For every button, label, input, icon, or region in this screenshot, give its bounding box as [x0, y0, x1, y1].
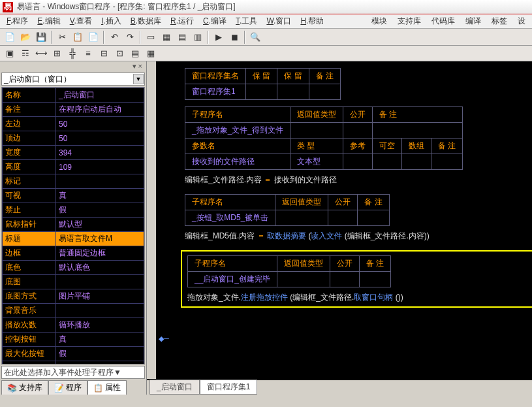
find-icon[interactable]: 🔍	[248, 30, 262, 44]
panel-close-icon[interactable]: ▾ ×	[0, 61, 146, 71]
property-grid[interactable]: 名称_启动窗口备注在程序启动后自动左边50顶边50宽度394高度109标记可视真…	[1, 87, 145, 365]
tb2-10-icon[interactable]: ▦	[144, 46, 158, 61]
tb2-8-icon[interactable]: ⊡	[112, 46, 127, 61]
dropdown-icon[interactable]: ▼	[114, 368, 121, 377]
tb2-4-icon[interactable]: ⊞	[50, 46, 64, 61]
divider	[244, 31, 245, 44]
rmenu-tag[interactable]: 标签	[488, 14, 511, 28]
code-line[interactable]: 编辑框_MD5值.内容 ＝ 取数据摘要 (读入文件 (编辑框_文件路径.内容))	[185, 229, 532, 244]
layout3-icon[interactable]: ▥	[191, 30, 205, 44]
tab-property[interactable]: 📋 属性	[87, 380, 127, 395]
title-bar: 易 易语言 - Windows窗口程序 - [程序集: 窗口程序集1 / _启动…	[0, 0, 532, 14]
property-row[interactable]: 背景音乐	[3, 304, 144, 318]
property-row[interactable]: 最大化按钮假	[3, 347, 144, 361]
tab-program[interactable]: 📝 程序	[48, 380, 87, 395]
rmenu-compile[interactable]: 编译	[462, 14, 485, 28]
property-row[interactable]: 标题易语言取文件M	[3, 232, 144, 246]
object-selector[interactable]: _启动窗口（窗口） ▼	[1, 73, 145, 86]
menu-tools[interactable]: T.工具	[232, 14, 261, 28]
save-icon[interactable]: 💾	[34, 30, 48, 44]
highlighted-block: 子程序名返回值类型公开备 注 __启动窗口_创建完毕 拖放对象_文件.注册拖放控…	[181, 250, 532, 308]
gutter	[147, 61, 156, 379]
property-row[interactable]: 禁止假	[3, 203, 144, 218]
tab-support[interactable]: 📚 支持库	[1, 380, 48, 395]
undo-icon[interactable]: ↶	[107, 30, 121, 44]
tb2-3-icon[interactable]: ⟷	[34, 46, 48, 61]
app-logo-icon: 易	[3, 2, 13, 12]
tb2-5-icon[interactable]: ╬	[65, 46, 80, 61]
editor-tab-module[interactable]: 窗口程序集1	[200, 380, 258, 395]
menu-run[interactable]: R.运行	[166, 14, 198, 28]
property-row[interactable]: 控制按钮真	[3, 333, 144, 347]
property-row[interactable]: 备注在程序启动后自动	[3, 103, 144, 117]
rmenu-support[interactable]: 支持库	[394, 14, 425, 28]
property-row[interactable]: 左边50	[3, 117, 144, 131]
menu-bar: F.程序 E.编辑 V.查看 I.插入 B.数据库 R.运行 C.编译 T.工具…	[0, 14, 532, 29]
tb2-7-icon[interactable]: ⊟	[97, 46, 111, 61]
property-row[interactable]: 边框普通固定边框	[3, 246, 144, 261]
divider	[103, 31, 104, 44]
window-icon[interactable]: ▭	[144, 30, 158, 44]
property-row[interactable]: 底图方式图片平铺	[3, 289, 144, 304]
tb2-6-icon[interactable]: ≡	[81, 46, 95, 61]
dropdown-icon[interactable]: ▼	[133, 74, 144, 84]
layout2-icon[interactable]: ▤	[175, 30, 189, 44]
property-row[interactable]: 可视真	[3, 189, 144, 203]
event-selector[interactable]: 在此处选择加入事件处理子程序 ▼	[1, 366, 145, 379]
new-file-icon[interactable]: 📄	[3, 30, 17, 44]
menu-view[interactable]: V.查看	[66, 14, 96, 28]
editor-tabs: _启动窗口 窗口程序集1	[147, 380, 532, 395]
rmenu-codelib[interactable]: 代码库	[428, 14, 459, 28]
divider	[140, 31, 141, 44]
right-menu: 模块 支持库 代码库 编译 标签 设	[368, 14, 529, 28]
sub-table-1: 子程序名返回值类型公开备 注 _拖放对象_文件_得到文件 参数名类 型参考可空数…	[185, 106, 463, 170]
property-row[interactable]: 标记	[3, 174, 144, 189]
menu-edit[interactable]: E.编辑	[33, 14, 64, 28]
property-row[interactable]: 顶边50	[3, 131, 144, 146]
property-row[interactable]: 高度109	[3, 160, 144, 174]
object-selector-value: _启动窗口（窗口）	[4, 74, 71, 85]
tb2-2-icon[interactable]: ☶	[18, 46, 33, 61]
property-row[interactable]: 最小化按钮真	[3, 361, 144, 365]
menu-database[interactable]: B.数据库	[127, 14, 165, 28]
toolbar-1: 📄 📂 💾 ✂ 📋 📄 ↶ ↷ ▭ ▦ ▤ ▥ ▶ ◼ 🔍	[0, 29, 532, 46]
rmenu-settings[interactable]: 设	[514, 14, 529, 28]
tb2-1-icon[interactable]: ▣	[3, 46, 17, 61]
editor-tab-window[interactable]: _启动窗口	[149, 380, 200, 395]
menu-program[interactable]: F.程序	[3, 14, 32, 28]
layout1-icon[interactable]: ▦	[159, 30, 174, 44]
property-row[interactable]: 底图	[3, 275, 144, 289]
property-panel: ▾ × _启动窗口（窗口） ▼ 名称_启动窗口备注在程序启动后自动左边50顶边5…	[0, 61, 147, 395]
module-table: 窗口程序集名保 留保 留备 注 窗口程序集1	[185, 68, 341, 100]
cut-icon[interactable]: ✂	[55, 30, 69, 44]
stop-icon[interactable]: ◼	[227, 30, 242, 44]
divider	[208, 31, 209, 44]
menu-help[interactable]: H.帮助	[296, 14, 328, 28]
sub-table-3: 子程序名返回值类型公开备 注 __启动窗口_创建完毕	[187, 255, 391, 287]
property-row[interactable]: 底色默认底色	[3, 261, 144, 275]
run-icon[interactable]: ▶	[211, 30, 226, 44]
open-file-icon[interactable]: 📂	[18, 30, 33, 44]
code-editor: ◆─ 窗口程序集名保 留保 留备 注 窗口程序集1 子程序名返回值类型公开备 注…	[147, 61, 532, 395]
property-row[interactable]: 鼠标指针默认型	[3, 218, 144, 232]
property-row[interactable]: 宽度394	[3, 146, 144, 160]
code-area[interactable]: 窗口程序集名保 留保 留备 注 窗口程序集1 子程序名返回值类型公开备 注 _拖…	[159, 61, 532, 379]
left-tabs: 📚 支持库 📝 程序 📋 属性	[0, 380, 146, 395]
menu-insert[interactable]: I.插入	[97, 14, 125, 28]
sub-table-2: 子程序名返回值类型公开备 注 _按钮_取MD5_被单击	[185, 194, 390, 226]
property-row[interactable]: 名称_启动窗口	[3, 88, 144, 103]
menu-compile[interactable]: C.编译	[199, 14, 230, 28]
copy-icon[interactable]: 📋	[70, 30, 85, 44]
code-line[interactable]: 编辑框_文件路径.内容 ＝ 接收到的文件路径	[185, 172, 532, 187]
menu-window[interactable]: W.窗口	[262, 14, 295, 28]
window-title: 易语言 - Windows窗口程序 - [程序集: 窗口程序集1 / _启动窗口…	[17, 1, 236, 12]
property-row[interactable]: 播放次数循环播放	[3, 318, 144, 333]
code-line-active[interactable]: 拖放对象_文件.注册拖放控件 (编辑框_文件路径.取窗口句柄 ())	[187, 290, 532, 305]
divider	[51, 31, 52, 44]
rmenu-module[interactable]: 模块	[368, 14, 391, 28]
toolbar-2: ▣ ☶ ⟷ ⊞ ╬ ≡ ⊟ ⊡ ▤ ▦	[0, 46, 532, 61]
redo-icon[interactable]: ↷	[123, 30, 137, 44]
event-selector-text: 在此处选择加入事件处理子程序	[4, 367, 114, 378]
tb2-9-icon[interactable]: ▤	[128, 46, 142, 61]
paste-icon[interactable]: 📄	[86, 30, 101, 44]
